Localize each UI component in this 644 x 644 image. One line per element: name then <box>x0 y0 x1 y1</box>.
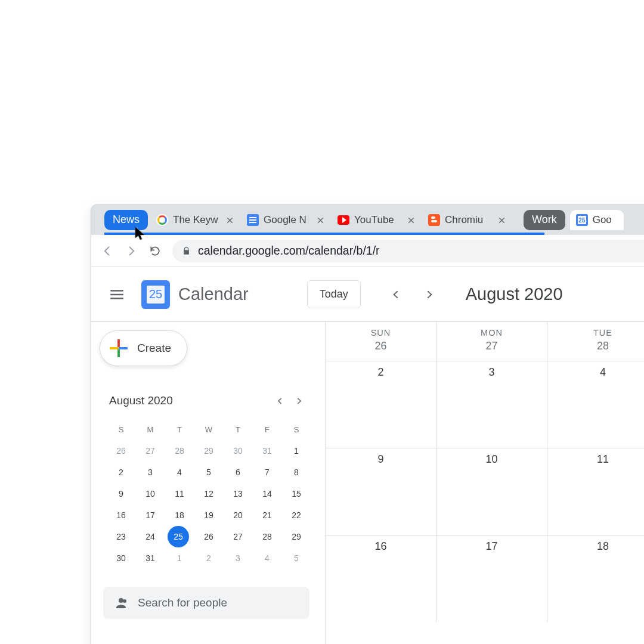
youtube-icon <box>338 214 349 226</box>
tab-title: Google N <box>264 214 310 226</box>
forward-button[interactable] <box>121 241 141 261</box>
tab-group-work[interactable]: Work <box>524 210 565 230</box>
tab-group-underline <box>104 233 544 235</box>
grid-day-cell[interactable]: 2 <box>326 361 436 448</box>
mini-day-cell[interactable]: 25 <box>168 526 189 547</box>
lock-icon <box>182 246 191 255</box>
mini-calendar: August 2020 SMTWTFS262728293031123456789… <box>100 391 313 569</box>
mini-dow-header: T <box>168 419 191 440</box>
close-icon[interactable] <box>405 215 416 225</box>
sidebar: Create August 2020 SMTWTFS26272829303112… <box>91 322 325 644</box>
mini-day-cell[interactable]: 16 <box>109 504 133 526</box>
people-search-input[interactable]: Search for people <box>103 587 309 619</box>
mini-day-cell[interactable]: 31 <box>138 547 162 569</box>
tab-youtube[interactable]: YouTube <box>332 210 421 230</box>
tab-calendar-active[interactable]: 25 Goo <box>570 210 624 230</box>
mini-day-cell[interactable]: 26 <box>197 526 221 547</box>
back-button[interactable] <box>97 241 117 261</box>
plus-icon <box>110 339 128 357</box>
people-icon <box>114 596 128 610</box>
app-body: Create August 2020 SMTWTFS26272829303112… <box>91 322 644 644</box>
tab-group-news[interactable]: News <box>104 210 148 230</box>
mini-day-cell[interactable]: 21 <box>255 504 279 526</box>
grid-day-cell[interactable]: 16 <box>326 535 436 622</box>
dow-label: TUE <box>547 328 644 338</box>
mini-day-cell[interactable]: 4 <box>168 462 191 483</box>
grid-day-cell[interactable]: 3 <box>436 361 547 448</box>
tab-keyword[interactable]: The Keyw <box>150 210 240 230</box>
mini-day-cell[interactable]: 3 <box>138 462 162 483</box>
create-label: Create <box>137 342 171 355</box>
close-icon[interactable] <box>224 215 235 225</box>
mini-day-cell[interactable]: 27 <box>138 440 162 462</box>
mini-day-cell[interactable]: 30 <box>109 547 133 569</box>
mini-day-cell[interactable]: 6 <box>226 462 250 483</box>
mini-day-cell[interactable]: 14 <box>255 483 279 504</box>
mini-day-cell[interactable]: 4 <box>255 547 279 569</box>
tab-google-news[interactable]: Google N <box>241 210 330 230</box>
close-icon[interactable] <box>315 215 326 225</box>
mini-day-cell[interactable]: 5 <box>284 547 308 569</box>
app-name: Calendar <box>178 284 249 304</box>
omnibox[interactable]: calendar.google.com/calendar/b/1/r <box>172 240 644 262</box>
grid-day-cell[interactable]: 18 <box>547 535 644 622</box>
mini-day-cell[interactable]: 1 <box>284 440 308 462</box>
mini-day-cell[interactable]: 24 <box>138 526 162 547</box>
day-header: MON27 <box>436 322 547 361</box>
mini-day-cell[interactable]: 17 <box>138 504 162 526</box>
day-header: SUN26 <box>326 322 436 361</box>
mini-dow-header: T <box>226 419 250 440</box>
mini-day-cell[interactable]: 28 <box>255 526 279 547</box>
mini-day-cell[interactable]: 13 <box>226 483 250 504</box>
calendar-logo-icon: 25 <box>141 280 170 309</box>
mini-day-cell[interactable]: 23 <box>109 526 133 547</box>
grid-day-cell[interactable]: 10 <box>436 448 547 535</box>
mini-day-cell[interactable]: 9 <box>109 483 133 504</box>
mini-day-cell[interactable]: 15 <box>284 483 308 504</box>
mini-day-cell[interactable]: 11 <box>168 483 191 504</box>
mini-day-cell[interactable]: 20 <box>226 504 250 526</box>
mini-day-cell[interactable]: 5 <box>197 462 221 483</box>
address-bar: calendar.google.com/calendar/b/1/r <box>91 235 644 267</box>
mini-prev-button[interactable] <box>270 391 289 410</box>
grid-day-cell[interactable]: 9 <box>326 448 436 535</box>
mini-day-cell[interactable]: 7 <box>255 462 279 483</box>
blogger-icon <box>428 214 440 226</box>
today-button[interactable]: Today <box>307 280 361 308</box>
create-button[interactable]: Create <box>100 330 187 366</box>
grid-day-cell[interactable]: 11 <box>547 448 644 535</box>
reload-button[interactable] <box>145 241 165 261</box>
mini-day-cell[interactable]: 29 <box>284 526 308 547</box>
hamburger-icon[interactable] <box>103 281 131 308</box>
mini-day-cell[interactable]: 26 <box>109 440 133 462</box>
prev-period-button[interactable] <box>385 283 407 306</box>
grid-day-cell[interactable]: 4 <box>547 361 644 448</box>
mini-dow-header: W <box>197 419 221 440</box>
mini-day-cell[interactable]: 1 <box>168 547 191 569</box>
mini-day-cell[interactable]: 2 <box>197 547 221 569</box>
mini-dow-header: S <box>284 419 308 440</box>
next-period-button[interactable] <box>418 283 441 306</box>
close-icon[interactable] <box>496 215 507 225</box>
mini-day-cell[interactable]: 3 <box>226 547 250 569</box>
mini-day-cell[interactable]: 10 <box>138 483 162 504</box>
mini-day-cell[interactable]: 30 <box>226 440 250 462</box>
mini-day-cell[interactable]: 12 <box>197 483 221 504</box>
mini-day-cell[interactable]: 19 <box>197 504 221 526</box>
mini-day-cell[interactable]: 18 <box>168 504 191 526</box>
tab-title: YouTube <box>354 214 401 226</box>
mini-day-cell[interactable]: 2 <box>109 462 133 483</box>
mini-day-cell[interactable]: 22 <box>284 504 308 526</box>
grid-day-cell[interactable]: 17 <box>436 535 547 622</box>
date-label: 27 <box>436 340 547 352</box>
mini-day-cell[interactable]: 8 <box>284 462 308 483</box>
mini-day-cell[interactable]: 27 <box>226 526 250 547</box>
calendar-icon: 25 <box>576 214 588 226</box>
mini-day-cell[interactable]: 28 <box>168 440 191 462</box>
mini-next-button[interactable] <box>289 391 308 410</box>
mini-day-cell[interactable]: 29 <box>197 440 221 462</box>
tab-chromium[interactable]: Chromiu <box>422 210 512 230</box>
browser-window: News The Keyw Google N YouTube Chromiu <box>91 205 644 644</box>
mini-day-cell[interactable]: 31 <box>255 440 279 462</box>
dow-label: SUN <box>326 328 436 338</box>
